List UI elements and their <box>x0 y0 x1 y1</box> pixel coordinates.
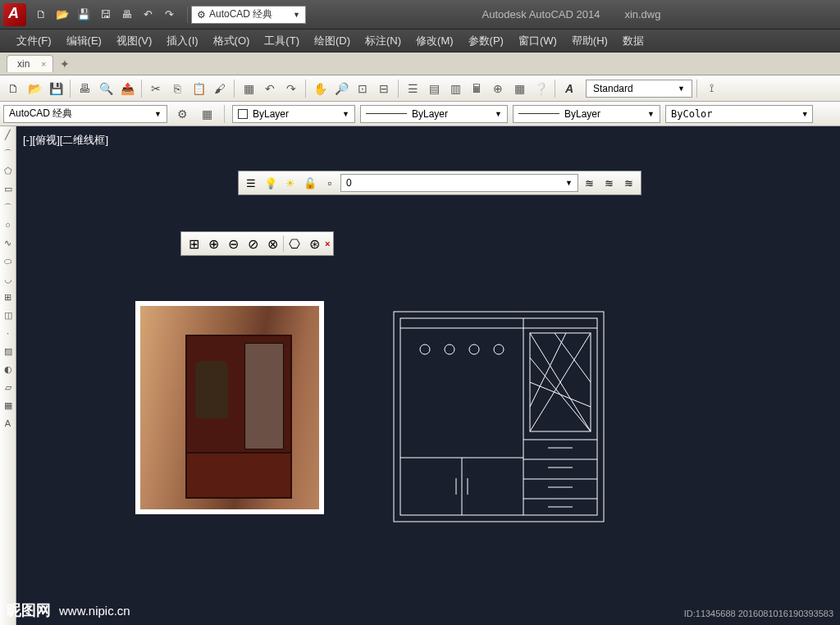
ws-save-icon[interactable]: ▦ <box>197 104 217 124</box>
undo-icon[interactable]: ↶ <box>139 6 157 24</box>
spline-tool-icon[interactable]: ∿ <box>2 238 15 251</box>
ellipse-tool-icon[interactable]: ⬭ <box>2 256 15 269</box>
zoom-prev-icon[interactable]: ⊟ <box>374 79 394 98</box>
new-file-icon[interactable]: 🗋 <box>3 79 23 98</box>
save-file-icon[interactable]: 💾 <box>46 79 66 98</box>
drawing-area[interactable]: ╱ ⌒ ⬠ ▭ ⌒ ○ ∿ ⬭ ◡ ⊞ ◫ · ▨ ◐ ▱ ▦ A [-][俯视… <box>0 126 840 625</box>
vs-edge-icon[interactable]: ⊛ <box>305 235 323 253</box>
rect-tool-icon[interactable]: ▭ <box>2 184 15 197</box>
layer-tool1-icon[interactable]: ≋ <box>580 174 598 192</box>
layer-on-icon[interactable]: 💡 <box>262 174 280 192</box>
vs-2dwire-icon[interactable]: ⊞ <box>185 235 203 253</box>
linetype-selector[interactable]: ByLayer ▼ <box>360 105 508 123</box>
layer-name-selector[interactable]: 0 ▼ <box>340 174 578 192</box>
ellipse-arc-icon[interactable]: ◡ <box>2 274 15 287</box>
layer-tool2-icon[interactable]: ≋ <box>600 174 618 192</box>
table-icon[interactable]: ▦ <box>2 400 15 413</box>
layer-props-icon[interactable]: ☰ <box>242 174 260 192</box>
calc-icon[interactable]: 🖩 <box>467 79 486 98</box>
layer-freeze-icon[interactable]: ☀ <box>281 174 299 192</box>
properties-icon[interactable]: ☰ <box>403 79 422 98</box>
vs-3dwire-icon[interactable]: ⊕ <box>204 235 222 253</box>
region-icon[interactable]: ▱ <box>2 382 15 395</box>
redo2-icon[interactable]: ↷ <box>281 79 301 98</box>
menu-tools[interactable]: 工具(T) <box>264 34 299 48</box>
plot-style-selector[interactable]: ByColor ▼ <box>665 105 813 123</box>
viewport-label[interactable]: [-][俯视][二维线框] <box>23 133 108 148</box>
plot-icon[interactable]: 🖶 <box>117 6 135 24</box>
menu-parametric[interactable]: 参数(P) <box>468 34 504 48</box>
lineweight-selector[interactable]: ByLayer ▼ <box>513 105 660 123</box>
workspace-combo-2[interactable]: AutoCAD 经典 ▼ <box>3 105 167 123</box>
mark-icon[interactable]: ⊕ <box>488 79 508 98</box>
copy-icon[interactable]: ⎘ <box>167 79 187 98</box>
pline-tool-icon[interactable]: ⌒ <box>2 148 15 161</box>
vs-realistic-icon[interactable]: ⊘ <box>244 235 262 253</box>
match-icon[interactable]: 🖌 <box>210 79 230 98</box>
menu-dimension[interactable]: 标注(N) <box>365 34 401 48</box>
publish-icon[interactable]: 📤 <box>117 79 137 98</box>
make-block-icon[interactable]: ◫ <box>2 310 15 323</box>
line-tool-icon[interactable]: ╱ <box>2 130 15 143</box>
point-tool-icon[interactable]: · <box>2 328 15 341</box>
dim-style-icon[interactable]: ⟟ <box>701 79 721 98</box>
visual-styles-toolbar[interactable]: ⊞ ⊕ ⊖ ⊘ ⊗ ⎔ ⊛ × <box>180 231 334 256</box>
cad-elevation-drawing[interactable] <box>392 310 605 523</box>
layer-color-icon[interactable]: ▫ <box>321 174 339 192</box>
add-tab-icon[interactable]: ✦ <box>60 57 70 71</box>
color-selector[interactable]: ByLayer ▼ <box>232 105 355 123</box>
arc-tool-icon[interactable]: ⌒ <box>2 202 15 215</box>
menu-window[interactable]: 窗口(W) <box>518 34 557 48</box>
ws-settings-icon[interactable]: ⚙ <box>172 104 192 124</box>
svg-line-13 <box>555 333 591 382</box>
layer-lock-icon[interactable]: 🔓 <box>301 174 319 192</box>
layers-floating-toolbar[interactable]: ☰ 💡 ☀ 🔓 ▫ 0 ▼ ≋ ≋ ≋ <box>238 171 641 195</box>
document-tab[interactable]: xin × <box>7 55 53 72</box>
close-tab-icon[interactable]: × <box>41 59 46 69</box>
layer-tool3-icon[interactable]: ≋ <box>619 174 637 192</box>
text-style-selector[interactable]: Standard ▼ <box>586 80 692 98</box>
open-icon[interactable]: 📂 <box>53 6 71 24</box>
sheet-icon[interactable]: ▤ <box>424 79 444 98</box>
quick-icon[interactable]: ▦ <box>509 79 529 98</box>
polygon-tool-icon[interactable]: ⬠ <box>2 166 15 179</box>
help2-icon[interactable]: ❔ <box>531 79 550 98</box>
hatch-tool-icon[interactable]: ▨ <box>2 346 15 359</box>
reference-image[interactable] <box>135 301 324 514</box>
text-tool-icon[interactable]: A <box>2 418 15 431</box>
vs-conceptual-icon[interactable]: ⊗ <box>263 235 281 253</box>
zoom-window-icon[interactable]: ⊡ <box>353 79 372 98</box>
menu-insert[interactable]: 插入(I) <box>167 34 198 48</box>
vs-hidden-icon[interactable]: ⊖ <box>224 235 242 253</box>
paste-icon[interactable]: 📋 <box>189 79 208 98</box>
pan-icon[interactable]: ✋ <box>310 79 330 98</box>
menu-edit[interactable]: 编辑(E) <box>66 34 102 48</box>
zoom-icon[interactable]: 🔎 <box>331 79 351 98</box>
menu-format[interactable]: 格式(O) <box>213 34 250 48</box>
gradient-icon[interactable]: ◐ <box>2 364 15 377</box>
block-icon[interactable]: ▦ <box>239 79 258 98</box>
save-icon[interactable]: 💾 <box>75 6 93 24</box>
undo2-icon[interactable]: ↶ <box>260 79 280 98</box>
tool-palette-icon[interactable]: ▥ <box>445 79 465 98</box>
menu-view[interactable]: 视图(V) <box>116 34 152 48</box>
insert-block-icon[interactable]: ⊞ <box>2 292 15 305</box>
app-logo-icon[interactable] <box>3 3 26 26</box>
workspace-selector[interactable]: ⚙ AutoCAD 经典 ▼ <box>191 6 306 24</box>
saveas-icon[interactable]: 🖫 <box>96 6 114 24</box>
open-file-icon[interactable]: 📂 <box>25 79 44 98</box>
text-style-icon[interactable]: A <box>559 79 579 98</box>
menu-modify[interactable]: 修改(M) <box>416 34 454 48</box>
close-toolbar-icon[interactable]: × <box>325 239 330 249</box>
print-icon[interactable]: 🖶 <box>75 79 94 98</box>
menu-file[interactable]: 文件(F) <box>16 34 52 48</box>
preview-icon[interactable]: 🔍 <box>96 79 116 98</box>
menu-draw[interactable]: 绘图(D) <box>314 34 350 48</box>
menu-help[interactable]: 帮助(H) <box>572 34 608 48</box>
new-icon[interactable]: 🗋 <box>32 6 50 24</box>
circle-tool-icon[interactable]: ○ <box>2 220 15 233</box>
redo-icon[interactable]: ↷ <box>160 6 178 24</box>
cut-icon[interactable]: ✂ <box>146 79 166 98</box>
menu-data[interactable]: 数据 <box>623 34 644 48</box>
vs-manage-icon[interactable]: ⎔ <box>285 235 304 253</box>
